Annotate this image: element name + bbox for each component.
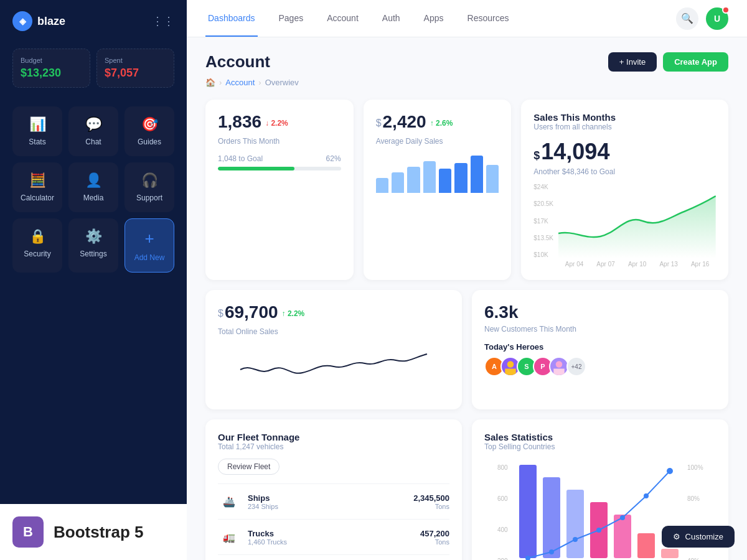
create-app-button[interactable]: Create App — [663, 52, 728, 72]
svg-point-21 — [667, 468, 673, 474]
chart-x-labels: Apr 04 Apr 07 Apr 10 Apr 13 Apr 16 — [558, 261, 716, 268]
settings-icon: ⚙️ — [85, 228, 102, 245]
fleet-card: Our Fleet Tonnage Total 1,247 vehicles R… — [205, 419, 462, 560]
online-sales-card: $ 69,700 ↑ 2.2% Total Online Sales — [205, 290, 462, 409]
bar-7 — [471, 156, 483, 193]
svg-text:40%: 40% — [687, 558, 700, 560]
guides-icon: 🎯 — [141, 116, 158, 133]
bootstrap-icon: B — [12, 516, 44, 548]
spent-amount: $7,057 — [105, 67, 166, 80]
svg-rect-10 — [566, 490, 584, 558]
bar-6 — [454, 163, 467, 193]
online-sales-value: 69,700 — [225, 302, 278, 322]
customize-icon: ⚙ — [673, 532, 680, 541]
search-button[interactable]: 🔍 — [676, 7, 698, 30]
page-actions: + Invite Create App — [608, 52, 728, 72]
nav-auth[interactable]: Auth — [380, 0, 403, 37]
page-title: Account — [205, 52, 270, 72]
svg-rect-3 — [553, 369, 565, 376]
sales-month-card: Sales This Months Users from all channel… — [521, 100, 728, 280]
orders-label: Orders This Month — [218, 137, 341, 146]
orders-value: 1,836 — [218, 112, 261, 132]
heroes-avatars: A S P +42 — [484, 357, 716, 376]
svg-text:100%: 100% — [687, 464, 703, 471]
svg-point-0 — [507, 361, 514, 368]
sales-stats-title: Sales Statistics — [484, 432, 716, 442]
orders-change: ↓ 2.2% — [265, 119, 288, 128]
sales-value: 14,094 — [541, 139, 609, 165]
nav-item-chat[interactable]: 💬 Chat — [68, 106, 118, 156]
bar-3 — [407, 167, 420, 193]
sales-stats-sub: Top Selling Countries — [484, 442, 716, 451]
budget-amount: $13,230 — [21, 67, 82, 80]
nav-resources[interactable]: Resources — [465, 0, 512, 37]
main-content: Dashboards Pages Account Auth Apps Resou… — [187, 0, 747, 560]
bottom-row: Our Fleet Tonnage Total 1,247 vehicles R… — [205, 419, 728, 560]
add-icon: + — [144, 229, 154, 248]
trucks-sub: 1,460 Trucks — [248, 538, 420, 546]
menu-icon[interactable]: ⋮⋮ — [152, 14, 174, 28]
daily-sales-card: $ 2,420 ↑ 2.6% Average Daily Sales — [364, 100, 512, 280]
svg-text:800: 800 — [497, 464, 508, 471]
nav-item-guides[interactable]: 🎯 Guides — [125, 106, 174, 156]
bar-2 — [392, 172, 404, 193]
security-icon: 🔒 — [29, 228, 46, 245]
fleet-row-planes: ✈️ Planes 8 Aircrafts 1,240 Tons — [218, 554, 449, 560]
daily-sales-label: Average Daily Sales — [376, 137, 499, 146]
nav-dashboards[interactable]: Dashboards — [205, 0, 258, 37]
nav-item-security[interactable]: 🔒 Security — [12, 218, 62, 273]
user-avatar[interactable]: U — [706, 7, 728, 30]
daily-sales-header: $ 2,420 ↑ 2.6% — [376, 112, 499, 134]
nav-account[interactable]: Account — [324, 0, 361, 37]
nav-item-calculator[interactable]: 🧮 Calculator — [12, 162, 62, 212]
breadcrumb-account[interactable]: Account — [225, 78, 255, 87]
nav-grid: 📊 Stats 💬 Chat 🎯 Guides 🧮 Calculator 👤 M… — [0, 100, 187, 279]
wave-svg — [218, 345, 449, 394]
ships-value: 2,345,500 — [413, 493, 449, 503]
trucks-name: Trucks — [248, 529, 420, 538]
nav-item-stats[interactable]: 📊 Stats — [12, 106, 62, 156]
content-area: Account + Invite Create App 🏠 › Account … — [187, 37, 747, 560]
svg-text:400: 400 — [497, 526, 508, 533]
customize-button[interactable]: ⚙ Customize — [662, 526, 735, 548]
breadcrumb-home[interactable]: 🏠 — [205, 78, 215, 87]
nav-label-settings: Settings — [80, 250, 106, 258]
bar-8 — [486, 165, 499, 193]
nav-item-media[interactable]: 👤 Media — [68, 162, 118, 212]
nav-apps[interactable]: Apps — [421, 0, 446, 37]
sales-goal-text: Another $48,346 to Goal — [533, 167, 716, 176]
hero-count: +42 — [566, 357, 586, 376]
heroes-title: Today's Heroes — [484, 342, 716, 352]
orders-card: 1,836 ↓ 2.2% Orders This Month 1,048 to … — [205, 100, 354, 280]
top-nav-right: 🔍 U — [676, 7, 728, 30]
progress-pct: 62% — [326, 154, 341, 163]
sidebar-header: ◈ blaze ⋮⋮ — [0, 0, 187, 42]
sidebar: ◈ blaze ⋮⋮ Budget $13,230 Spent $7,057 📊… — [0, 0, 187, 560]
spent-label: Spent — [105, 57, 166, 64]
bar-5 — [439, 169, 451, 193]
progress-fill — [218, 167, 294, 170]
mini-bar-chart — [376, 156, 499, 193]
ships-sub: 234 Ships — [248, 503, 413, 510]
logo-text: blaze — [37, 15, 65, 28]
bar-1 — [376, 178, 388, 193]
logo-area: ◈ blaze — [12, 11, 65, 31]
nav-item-add-new[interactable]: + Add New — [125, 218, 174, 273]
customers-value: 6.3k — [484, 302, 716, 322]
nav-pages[interactable]: Pages — [276, 0, 306, 37]
svg-rect-8 — [519, 465, 537, 558]
budget-cards: Budget $13,230 Spent $7,057 — [0, 42, 187, 100]
svg-point-2 — [556, 361, 563, 368]
invite-button[interactable]: + Invite — [608, 52, 657, 72]
nav-label-guides: Guides — [138, 138, 161, 146]
notification-badge — [722, 6, 730, 14]
wave-chart — [218, 345, 449, 397]
heroes-section: Today's Heroes A S P +42 — [484, 342, 716, 376]
orders-header: 1,836 ↓ 2.2% — [218, 112, 341, 134]
support-icon: 🎧 — [141, 172, 158, 189]
nav-item-settings[interactable]: ⚙️ Settings — [68, 218, 118, 273]
nav-item-support[interactable]: 🎧 Support — [125, 162, 174, 212]
online-sales-change: ↑ 2.2% — [282, 309, 305, 318]
fleet-row-trucks: 🚛 Trucks 1,460 Trucks 457,200 Tons — [218, 519, 449, 554]
review-fleet-button[interactable]: Review Fleet — [218, 459, 280, 475]
